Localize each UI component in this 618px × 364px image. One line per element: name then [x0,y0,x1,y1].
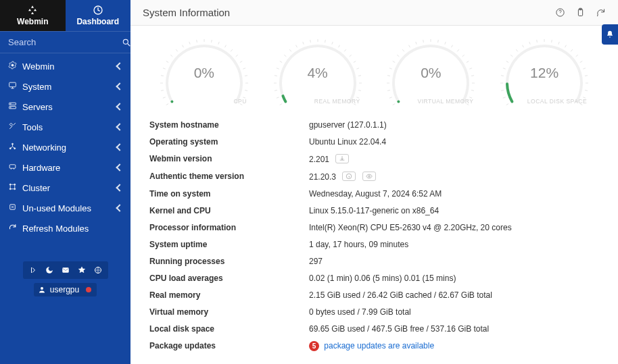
chevron-left-icon [116,204,123,211]
star-icon[interactable] [76,265,88,276]
svg-line-56 [279,61,281,63]
bell-icon [605,30,615,39]
info-icon[interactable] [342,172,356,181]
sidebar-item-label: Networking [22,142,66,153]
chevron-left-icon [116,103,123,110]
tab-dashboard-label: Dashboard [76,17,119,26]
procs-value[interactable]: 297 [309,257,599,266]
sidebar-item-tools[interactable]: Tools [0,117,130,137]
svg-line-85 [416,42,417,45]
dashboard-icon [93,5,103,16]
tab-dashboard[interactable]: Dashboard [66,0,131,31]
gauge-real-memory: 4%REAL MEMORY [263,32,373,107]
svg-line-32 [176,49,178,51]
gauge-local-disk-space: 12%LOCAL DISK SPACE [490,32,599,107]
main: System Information 0%CPU4%REAL MEMORY0%V… [130,0,618,364]
uptime-label: System uptime [149,240,297,249]
svg-line-76 [389,97,392,98]
svg-line-31 [170,55,172,57]
sidebar-item-system[interactable]: System [0,76,130,97]
svg-point-49 [170,101,173,103]
top-tabs: Webmin Dashboard [0,0,130,31]
collapse-icon[interactable] [27,265,39,276]
svg-line-26 [161,90,164,91]
procs-label: Running processes [149,257,297,266]
tab-webmin[interactable]: Webmin [0,0,66,31]
mail-icon[interactable] [60,265,72,276]
sidebar-item-cluster[interactable]: Cluster [0,178,130,198]
svg-line-72 [358,90,361,91]
sidebar-item-label: Webmin [22,61,54,72]
eye-icon[interactable] [362,172,376,181]
time-value[interactable]: Wednesday, August 7, 2024 6:52 AM [309,189,599,199]
svg-line-60 [302,42,303,45]
svg-line-109 [516,49,518,51]
notification-tab[interactable] [602,24,618,45]
svg-line-108 [510,55,513,57]
sidebar-item-refresh-modules[interactable]: Refresh Modules [0,218,130,238]
svg-line-119 [580,61,582,63]
uptime-value[interactable]: 1 day, 17 hours, 09 minutes [309,240,599,249]
gauge-label: VIRTUAL MEMORY [417,98,473,105]
svg-line-50 [279,104,281,105]
kernel-label: Kernel and CPU [149,206,297,215]
night-icon[interactable] [43,265,55,276]
sidebar-item-webmin[interactable]: Webmin [0,56,130,76]
disk-value: 69.65 GiB used / 467.5 GiB free / 537.16… [309,324,599,334]
sidebar-item-hardware[interactable]: Hardware [0,157,130,178]
svg-line-82 [398,55,400,57]
sidebar-item-label: Refresh Modules [22,224,89,234]
disk-label: Local disk space [149,324,297,334]
menu-icon [8,122,17,132]
chevron-left-icon [116,184,123,191]
gauge-label: REAL MEMORY [314,98,360,105]
gauges-row: 0%CPU4%REAL MEMORY0%VIRTUAL MEMORY12%LOC… [149,26,599,116]
svg-line-46 [245,90,247,91]
svg-line-88 [438,40,439,43]
load-label: CPU load averages [149,274,297,283]
svg-line-61 [310,40,310,43]
sidebar-item-servers[interactable]: Servers [0,97,130,117]
help-icon[interactable] [554,7,565,18]
menu-icon [8,81,17,92]
refresh-icon[interactable] [595,7,606,18]
sidebar-item-networking[interactable]: Networking [0,137,130,157]
svg-line-86 [423,40,424,43]
svg-line-2 [128,43,130,46]
menu-icon [8,142,17,153]
svg-line-114 [552,40,552,43]
webmin-version-text: 2.201 [309,155,329,164]
kernel-value: Linux 5.15.0-117-generic on x86_64 [309,206,599,215]
pkg-count-badge: 5 [309,341,319,351]
svg-point-100 [398,101,400,103]
search-icon[interactable] [122,38,131,47]
search-input[interactable] [8,37,122,47]
svg-line-58 [289,49,291,51]
update-icon[interactable] [335,154,349,163]
gauge-percent: 0% [153,65,255,81]
sidebar-item-un-used-modules[interactable]: Un-used Modules [0,198,130,218]
virtmem-value: 0 bytes used / 7.99 GiB total [309,307,599,317]
pkg-link[interactable]: package updates are available [324,341,434,350]
svg-line-92 [462,55,465,57]
svg-line-42 [240,61,242,63]
chevron-left-icon [116,163,123,171]
theme-version-label: Authentic theme version [149,172,297,182]
alert-dot-icon [86,287,91,292]
chevron-left-icon [116,82,123,90]
gauge-percent: 12% [494,65,595,81]
sidebar-item-label: Cluster [22,183,50,193]
hostname-value[interactable]: gpuserver (127.0.1.1) [309,120,599,130]
user-pill[interactable]: usergpu [34,283,97,296]
chevron-left-icon [116,123,123,130]
sidebar-item-label: Servers [22,102,53,112]
page-title: System Information [143,7,230,18]
svg-rect-12 [9,165,16,168]
webmin-version-value: 2.201 [309,154,599,164]
globe-icon[interactable] [92,265,104,276]
header-actions [554,7,606,18]
clipboard-icon[interactable] [575,7,586,18]
svg-point-20 [41,287,43,290]
svg-line-118 [576,55,578,57]
theme-version-value: 21.20.3 [309,172,599,182]
